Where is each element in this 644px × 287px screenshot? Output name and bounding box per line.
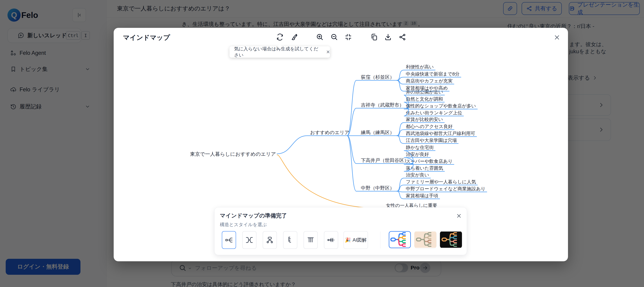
style-thumb-graphic [440, 231, 462, 248]
mindmap-leaf-node[interactable]: 中野ブロードウェイなど商業施設あり [406, 186, 486, 191]
mindmap-leaf-node[interactable]: 個性的なショップや飲食店が多い [406, 103, 476, 109]
structure-mindmap-right-button[interactable] [222, 231, 236, 249]
mindmap-leaf-node[interactable]: 家賃相場は手頃 [406, 193, 438, 198]
structure-timeline-button[interactable] [304, 231, 318, 249]
panel-close-button[interactable] [456, 212, 462, 219]
panel-title: マインドマップの準備完了 [220, 212, 287, 219]
tooltip-close-button[interactable]: ✕ [326, 49, 330, 55]
mindmap-leaf-node[interactable]: ファミリー層や一人暮らしに人気 [406, 179, 476, 185]
mindmap-link [277, 136, 347, 154]
style-thumb-light[interactable] [389, 231, 411, 248]
mindmap-branch-node[interactable]: 荻窪（杉並区） [361, 74, 394, 80]
style-thumb-beige[interactable] [414, 231, 436, 248]
mindmap-leaf-node[interactable]: 西武池袋線や都営大江戸線利用可 [406, 131, 475, 136]
mindmap-bilateral-icon [245, 236, 254, 244]
mindmap-branch-node[interactable]: 下高井戸（世田谷区） [361, 158, 409, 163]
mindmap-leaf-node[interactable]: 治安が良い [406, 172, 429, 178]
mindmap-modal: 東京で一人暮らしにおすすめのエリアおすすめのエリア荻窪（杉並区）利便性が高い中央… [114, 28, 568, 261]
mindmap-leaf-node[interactable]: スーパーや飲食店あり [406, 159, 452, 164]
regenerate-tooltip: 気に入らない場合は再生成を試してください ✕ [230, 46, 330, 58]
mindmap-branch-node[interactable]: 練馬（練馬区） [361, 130, 394, 135]
timeline-icon [306, 236, 315, 244]
mindmap-leaf-node[interactable]: 自然と文化が調和 [406, 96, 443, 102]
ai-diagram-button[interactable]: 🎉 AI図解 [344, 231, 368, 249]
mindmap-leaf-node[interactable]: 都心へのアクセス良好 [406, 124, 453, 129]
panel-divider [380, 232, 380, 249]
style-thumb-dark[interactable] [440, 231, 462, 248]
structure-fishbone-button[interactable] [324, 231, 338, 249]
mindmap-leaf-node[interactable]: 落ち着いた雰囲気 [406, 166, 443, 171]
tree-indent-icon [286, 236, 294, 244]
mindmap-leaf-node[interactable]: 井の頭公園が近い [406, 89, 443, 95]
party-popper-icon: 🎉 [345, 237, 351, 243]
style-thumb-graphic [389, 231, 411, 248]
mindmap-leaf-node[interactable]: 利便性が高い [406, 64, 434, 69]
mindmap-root-node[interactable]: 東京で一人暮らしにおすすめのエリア [190, 151, 276, 157]
mindmap-leaf-node[interactable]: 商店街やカフェが充実 [406, 78, 452, 83]
panel-subtitle: 構造とスタイルを選ぶ [220, 222, 267, 228]
style-thumb-graphic [414, 231, 436, 248]
close-icon [456, 213, 462, 219]
structure-bilateral-button[interactable] [242, 231, 256, 249]
structure-options [222, 231, 338, 249]
mindmap-leaf-node[interactable]: 家賃が比較的安い [406, 117, 443, 122]
ai-diagram-label: AI図解 [352, 237, 367, 243]
mindmap-ready-panel: マインドマップの準備完了 構造とスタイルを選ぶ [214, 207, 467, 255]
fishbone-icon [327, 236, 335, 244]
mindmap-leaf-node[interactable]: 江古田や大泉学園は穴場 [406, 138, 457, 143]
mindmap-leaf-node[interactable]: 中央線快速で新宿まで8分 [406, 71, 460, 77]
structure-tree-button[interactable] [283, 231, 297, 249]
style-options [389, 231, 462, 248]
tooltip-text: 気に入らない場合は再生成を試してください [234, 46, 322, 58]
mindmap-hub-node[interactable]: おすすめのエリア [310, 130, 349, 135]
mindmap-leaf-node[interactable]: 住みたい街ランキング上位 [406, 110, 462, 115]
mindmap-branch-node[interactable]: 吉祥寺（武蔵野市） [361, 102, 404, 108]
mindmap-right-icon [225, 236, 233, 244]
structure-orgchart-button[interactable] [263, 231, 277, 249]
orgchart-icon [266, 236, 274, 244]
mindmap-leaf-node[interactable]: 静かな住宅街 [406, 145, 434, 150]
mindmap-branch-node[interactable]: 中野（中野区） [361, 185, 394, 191]
mindmap-leaf-node[interactable]: 治安が良好 [406, 152, 429, 157]
